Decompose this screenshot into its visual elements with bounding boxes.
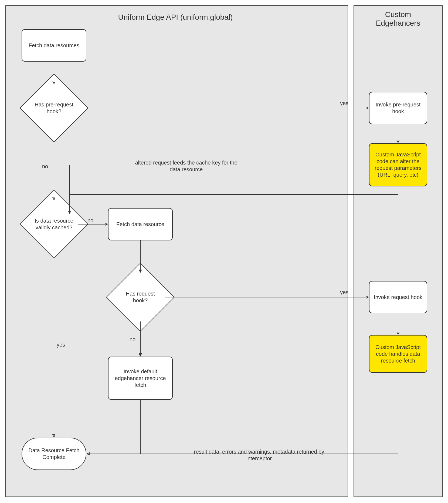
panel-custom-edgehancers [354,5,443,497]
node-custom-alter-request-label: Custom JavaScript code can alter the req… [373,151,423,178]
label-request-hook-no: no [130,336,135,343]
panel-right-title: Custom Edgehancers [364,10,432,28]
node-has-pre-request-hook-label: Has pre-request hook? [32,101,76,115]
label-pre-hook-no: no [42,163,48,170]
node-is-cached: Is data resource validly cached? [30,200,78,249]
label-pre-hook-yes: yes [340,100,348,107]
node-invoke-request-hook-label: Invoke request hook [374,294,422,301]
label-result-data: result data, errors and warnings, metada… [192,448,327,462]
node-complete-label: Data Resource Fetch Complete [26,447,82,461]
node-has-pre-request-hook: Has pre-request hook? [30,84,78,132]
label-cached-yes: yes [57,341,65,348]
node-custom-alter-request: Custom JavaScript code can alter the req… [369,143,427,186]
node-invoke-default-fetch: Invoke default edgehancer resource fetch [108,357,173,400]
label-request-hook-yes: yes [340,289,348,296]
label-altered-request: altered request feeds the cache key for … [130,159,243,173]
node-fetch-data-resource-label: Fetch data resource [116,221,164,228]
panel-left-title: Uniform Edge API (uniform.global) [100,13,251,22]
node-invoke-pre-request-hook-label: Invoke pre-request hook [373,101,423,115]
node-complete: Data Resource Fetch Complete [22,438,86,470]
node-fetch-resources: Fetch data resources [22,29,86,62]
node-custom-handle-fetch: Custom JavaScript code handles data reso… [369,335,427,373]
node-invoke-default-fetch-label: Invoke default edgehancer resource fetch [112,368,168,388]
node-has-request-hook-label: Has request hook? [119,290,162,304]
node-invoke-request-hook: Invoke request hook [369,281,427,313]
node-fetch-resources-label: Fetch data resources [29,42,79,49]
node-custom-handle-fetch-label: Custom JavaScript code handles data reso… [373,344,423,364]
node-fetch-data-resource: Fetch data resource [108,208,173,240]
node-is-cached-label: Is data resource validly cached? [32,217,76,231]
node-has-request-hook: Has request hook? [116,273,165,321]
node-invoke-pre-request-hook: Invoke pre-request hook [369,92,427,124]
label-cached-no: no [87,217,93,224]
